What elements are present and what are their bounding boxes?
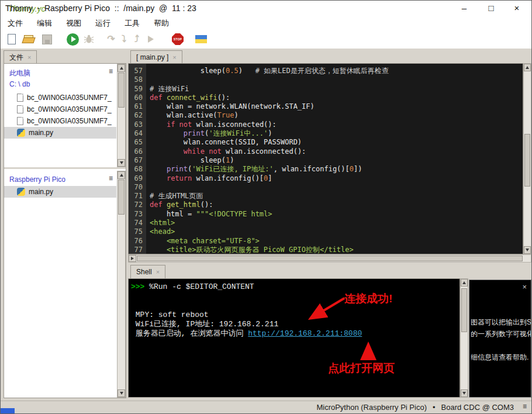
close-button[interactable]: × <box>507 1 527 16</box>
editor-vertical-scrollbar[interactable] <box>523 63 531 254</box>
scrollbar-thumb[interactable] <box>118 180 125 215</box>
file-row-bc_0WIN0GIA035UNMF7_[interactable]: bc_0WIN0GIA035UNMF7_ <box>4 92 116 104</box>
stop-restart-button[interactable]: STOP <box>171 33 184 46</box>
code-line-60: def connect_wifi(): <box>150 94 523 102</box>
shell-line-0: >>> %Run -c $EDITOR_CONTENT <box>131 282 460 292</box>
line-number: 64 <box>129 129 146 138</box>
code-line-65: wlan.connect(SSID, PASSWORD) <box>150 138 523 147</box>
scroll-down-button[interactable] <box>118 159 125 167</box>
plotter-close-icon[interactable]: × <box>522 282 527 291</box>
menu-item-运行[interactable]: 运行 <box>88 17 118 30</box>
code-line-67: sleep(1) <box>150 156 523 165</box>
scroll-up-button[interactable] <box>118 171 125 179</box>
scroll-up-button[interactable] <box>118 64 125 72</box>
scrollbar-thumb[interactable] <box>118 73 125 108</box>
status-bar: MicroPython (Raspberry Pi Pico) • Board … <box>1 401 531 413</box>
line-number: 74 <box>129 219 146 227</box>
scroll-up-button[interactable] <box>461 279 468 287</box>
shell-tab-close-icon[interactable]: × <box>156 268 160 275</box>
files-panel: 此电脑 ≡ C: \ db bc_0WIN0GIA035UNMF7_bc_0WI… <box>4 63 126 398</box>
toolbar: ↷ ⤵ ⤴ STOP <box>1 30 531 49</box>
line-number: 59 <box>129 85 146 94</box>
run-button[interactable] <box>66 33 79 46</box>
file-label: bc_0WIN0GIA035UNMF7_ <box>27 94 112 102</box>
debug-button[interactable] <box>82 33 95 46</box>
shell-vertical-scrollbar[interactable] <box>460 278 468 398</box>
shell-output[interactable]: >>> %Run -c $EDITOR_CONTENT MPY: soft re… <box>128 278 460 398</box>
files-scrollbar[interactable] <box>117 171 126 398</box>
python-file-icon <box>17 188 25 196</box>
plotter-text-line: 图器可以把输出到S <box>471 316 531 328</box>
code-line-64: print('连接WiFi中...') <box>150 129 523 138</box>
scrollbar-thumb[interactable] <box>137 256 523 261</box>
file-row-bc_0WIN0GIA035UNMF7_[interactable]: bc_0WIN0GIA035UNMF7_ <box>4 115 116 127</box>
resume-button[interactable] <box>144 33 157 46</box>
line-number: 66 <box>129 147 146 156</box>
line-number: 72 <box>129 201 146 209</box>
status-interpreter: MicroPython (Raspberry Pi Pico) <box>316 403 427 412</box>
window-title: Thonny - Raspberry Pi Pico :: /main.py @… <box>5 4 196 13</box>
code-line-61: wlan = network.WLAN(network.STA_IF) <box>150 102 523 111</box>
line-number: 62 <box>129 111 146 120</box>
step-into-button[interactable]: ⤵ <box>118 33 130 46</box>
scroll-up-button[interactable] <box>524 64 531 71</box>
editor-tab-close-icon[interactable]: × <box>172 54 176 61</box>
scroll-down-button[interactable] <box>118 389 125 397</box>
shell-tab[interactable]: Shell × <box>130 265 165 278</box>
menu-item-文件[interactable]: 文件 <box>1 17 30 30</box>
menu-item-工具[interactable]: 工具 <box>118 17 147 30</box>
scrollbar-thumb[interactable] <box>524 134 530 187</box>
shell-line-2 <box>131 301 460 310</box>
status-menu-icon[interactable]: ≡ <box>523 402 527 410</box>
file-row-bc_0WIN0GIA035UNMF7_[interactable]: bc_0WIN0GIA035UNMF7_ <box>4 104 116 115</box>
editor-tab-main-py[interactable]: [ main.py ] × <box>130 50 182 64</box>
editor-tab-label: [ main.py ] <box>136 53 168 61</box>
scroll-right-button[interactable] <box>129 255 136 262</box>
code-line-74: <html> <box>150 219 523 227</box>
scrollbar-thumb[interactable] <box>461 288 467 332</box>
editor-horizontal-scrollbar[interactable] <box>128 254 531 263</box>
local-file-list: bc_0WIN0GIA035UNMF7_bc_0WIN0GIA035UNMF7_… <box>4 92 116 139</box>
title-bar: Thonny.yc Thonny - Raspberry Pi Pico :: … <box>1 1 531 17</box>
line-number: 77 <box>129 246 146 254</box>
new-file-button[interactable] <box>5 33 18 46</box>
scroll-down-button[interactable] <box>524 246 531 254</box>
code-area[interactable]: sleep(0.5) # 如果LED是开启状态，短暂休眠后再检查# 连接WiFi… <box>146 64 523 254</box>
scroll-down-button[interactable] <box>461 389 468 397</box>
code-line-59: # 连接WiFi <box>150 85 523 94</box>
save-file-button[interactable] <box>40 33 53 46</box>
files-tab-close-icon[interactable]: × <box>27 54 31 61</box>
files-tab[interactable]: 文件 × <box>4 50 37 64</box>
minimize-button[interactable]: – <box>454 1 474 16</box>
stop-sign-icon: STOP <box>172 33 184 45</box>
menu-item-编辑[interactable]: 编辑 <box>30 17 59 30</box>
file-row-main.py[interactable]: main.py <box>4 186 116 198</box>
line-number: 70 <box>129 183 146 192</box>
annotation-open-page: 点此打开网页 <box>328 361 395 376</box>
maximize-button[interactable]: □ <box>481 1 501 16</box>
shell-url-link[interactable]: http://192.168.2.211:8080 <box>248 329 362 338</box>
code-line-62: wlan.active(True) <box>150 111 523 120</box>
section-menu-icon[interactable]: ≡ <box>109 174 113 182</box>
code-editor[interactable]: 5758596061626364656667686970717273747576… <box>128 63 523 254</box>
plotter-description: 图器可以把输出到S的一系列数字可视化细信息请查看帮助. <box>471 316 531 363</box>
code-line-75: <head> <box>150 227 523 236</box>
files-scrollbar[interactable] <box>117 64 126 167</box>
plotter-text-line: 细信息请查看帮助. <box>471 351 531 363</box>
code-line-58 <box>150 75 523 84</box>
menu-item-帮助[interactable]: 帮助 <box>147 17 176 30</box>
line-number: 68 <box>129 165 146 174</box>
file-label: bc_0WIN0GIA035UNMF7_ <box>27 117 112 125</box>
shell-line-1 <box>131 292 460 301</box>
section-menu-icon[interactable]: ≡ <box>109 67 113 75</box>
file-row-main.py[interactable]: main.py <box>4 127 116 139</box>
open-file-button[interactable] <box>23 33 36 46</box>
menu-item-视图[interactable]: 视图 <box>59 17 88 30</box>
step-over-button[interactable]: ↷ <box>105 33 118 46</box>
ukraine-flag-button[interactable] <box>195 33 208 46</box>
step-out-button[interactable]: ⤴ <box>130 33 143 46</box>
code-line-68: print('WiFi已连接, IP地址:', wlan.ifconfig()[… <box>150 165 523 174</box>
line-number-gutter: 5758596061626364656667686970717273747576… <box>129 64 146 254</box>
document-file-icon <box>17 117 23 125</box>
code-line-71: # 生成HTML页面 <box>150 192 523 201</box>
